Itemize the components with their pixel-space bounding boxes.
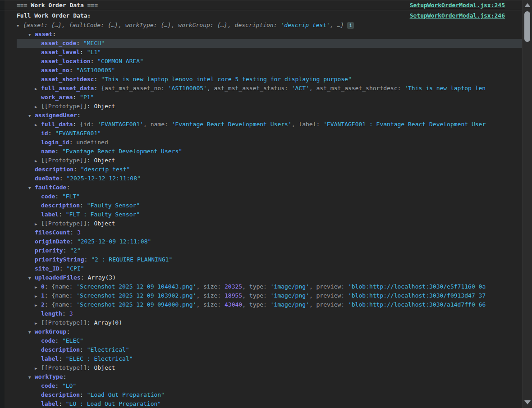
scrollbar[interactable] — [522, 0, 532, 408]
console-messages: === Work Order Data === SetupWorkOrderMo… — [0, 0, 522, 408]
tree-row[interactable]: label: "LO : Load Out Preparation" — [0, 399, 522, 408]
tree-row[interactable]: length: 3 — [0, 309, 522, 318]
tree-row[interactable]: description: "Electrical" — [0, 345, 522, 354]
seg-plain: : — [59, 355, 66, 362]
seg-key: dueDate — [35, 175, 60, 182]
tree-row[interactable]: asset_level: "L1" — [0, 48, 522, 57]
seg-key: length — [41, 310, 62, 317]
seg-key: workGroup — [35, 328, 66, 335]
seg-plain: Object — [94, 157, 115, 164]
tree-row[interactable]: ▶full_asset_data: {ast_mst_asset_no: 'AS… — [0, 84, 522, 93]
expand-arrow-closed-icon[interactable]: ▶ — [35, 156, 41, 165]
tree-row[interactable]: ▼workGroup: — [0, 327, 522, 336]
tree-row[interactable]: ▶[[Prototype]]: Object — [0, 219, 522, 228]
seg-str: "Faulty Sensor" — [87, 202, 140, 209]
seg-num: 3 — [77, 229, 81, 236]
tree-row[interactable]: originDate: "2025-12-09 12:11:08" — [0, 237, 522, 246]
tree-row[interactable]: ▶0: {name: 'Screenshot 2025-12-09 104043… — [0, 282, 522, 291]
seg-plain: : — [60, 265, 67, 272]
expand-arrow-closed-icon[interactable]: ▶ — [35, 120, 41, 129]
source-link[interactable]: SetupWorkOrderModal.jsx:246 — [410, 12, 505, 19]
expand-arrow-closed-icon[interactable]: ▶ — [35, 283, 41, 292]
tree-row[interactable]: ▶2: {name: 'Screenshot 2025-12-09 094000… — [0, 300, 522, 309]
expand-arrow-open-icon[interactable]: ▼ — [28, 30, 35, 39]
expand-arrow-closed-icon[interactable]: ▶ — [35, 220, 41, 229]
tree-row[interactable]: dueDate: "2025-12-12 12:11:08" — [0, 174, 522, 183]
tree-row[interactable]: ▶[[Prototype]]: Object — [0, 102, 522, 111]
seg-plain: : — [45, 301, 52, 308]
info-icon[interactable]: i — [347, 22, 354, 29]
tree-row[interactable]: code: "LO" — [0, 381, 522, 390]
seg-plain: Object — [94, 364, 115, 371]
tree-row[interactable]: login_id: undefined — [0, 138, 522, 147]
seg-gray: , type: — [242, 301, 271, 308]
expand-arrow-closed-icon[interactable]: ▶ — [35, 301, 41, 310]
expand-arrow-closed-icon[interactable]: ▶ — [35, 319, 41, 328]
tree-row[interactable]: ▶[[Prototype]]: Array(0) — [0, 318, 522, 327]
scroll-down-arrow-icon[interactable] — [523, 399, 532, 406]
seg-plain: : — [70, 229, 77, 236]
tree-row[interactable]: priority: "2" — [0, 246, 522, 255]
seg-proto: [[Prototype]] — [41, 103, 87, 110]
tree-row[interactable]: ▼workType: — [0, 372, 522, 381]
tree-row[interactable]: label: "FLT : Faulty Sensor" — [0, 210, 522, 219]
tree-row[interactable]: ▼uploadedFiles: Array(3) — [0, 273, 522, 282]
seg-gray: , size: — [196, 301, 225, 308]
console-entry-1: === Work Order Data === SetupWorkOrderMo… — [0, 0, 522, 10]
expand-arrow-open-icon[interactable]: ▼ — [28, 274, 35, 283]
expand-arrow-closed-icon[interactable]: ▶ — [35, 84, 41, 93]
tree-row[interactable]: code: "ELEC" — [0, 336, 522, 345]
tree-row[interactable]: ▶full_data: {id: 'EVANTAGE001', name: 'E… — [0, 120, 522, 129]
tree-row[interactable]: description: "Load Out Preparation" — [0, 390, 522, 399]
seg-key: assignedUser — [35, 112, 77, 119]
tree-row[interactable]: description: "descrip test" — [0, 165, 522, 174]
tree-row[interactable]: code: "FLT" — [0, 192, 522, 201]
seg-plain: : — [87, 364, 94, 371]
tree-row[interactable]: asset_code: "MECH" — [0, 39, 522, 48]
tree-row[interactable]: filesCount: 3 — [0, 228, 522, 237]
tree-row[interactable]: ▶1: {name: 'Screenshot 2025-12-09 103902… — [0, 291, 522, 300]
expand-arrow-open-icon[interactable]: ▼ — [17, 21, 23, 30]
tree-row[interactable]: asset_no: "AST100005" — [0, 66, 522, 75]
seg-str: "LO : Load Out Preparation" — [66, 400, 161, 407]
tree-row[interactable]: ▶[[Prototype]]: Object — [0, 156, 522, 165]
seg-key: asset_no — [41, 67, 69, 73]
scrollbar-thumb[interactable] — [524, 11, 530, 42]
tree-row[interactable]: ▼{asset: {…}, faultCode: {…}, workType: … — [0, 21, 522, 30]
tree-row[interactable]: priorityString: "2 : REQUIRE PLANNING1" — [0, 255, 522, 264]
expand-arrow-open-icon[interactable]: ▼ — [28, 111, 35, 120]
tree-row[interactable]: work_area: "P1" — [0, 93, 522, 102]
seg-gray: , size: — [196, 292, 225, 299]
tree-row[interactable]: asset_shortdesc: "This is new laptop len… — [0, 75, 522, 84]
expand-arrow-open-icon[interactable]: ▼ — [28, 328, 35, 337]
expand-arrow-closed-icon[interactable]: ▶ — [35, 364, 41, 373]
seg-plain: : — [45, 292, 52, 299]
expand-arrow-open-icon[interactable]: ▼ — [28, 183, 35, 193]
seg-plain: : — [55, 193, 62, 200]
tree-row[interactable]: description: "Faulty Sensor" — [0, 201, 522, 210]
seg-proto: [[Prototype]] — [41, 157, 87, 164]
tree-row[interactable]: ▶[[Prototype]]: Object — [0, 363, 522, 372]
tree-row[interactable]: id: "EVANTAGE001" — [0, 129, 522, 138]
tree-row[interactable]: asset_location: "COMMON AREA" — [0, 57, 522, 66]
source-link[interactable]: SetupWorkOrderModal.jsx:245 — [410, 2, 505, 9]
tree-row[interactable]: site_ID: "CPI" — [0, 264, 522, 273]
tree-row[interactable]: ▼assignedUser: — [0, 111, 522, 120]
tree-row[interactable]: ▼faultCode: — [0, 183, 522, 192]
tree-row[interactable]: name: "Evantage React Development Users" — [0, 147, 522, 156]
seg-plain: : — [59, 211, 66, 218]
seg-plain: : — [87, 319, 94, 326]
seg-proto: [[Prototype]] — [41, 220, 87, 227]
tree-row[interactable]: label: "ELEC : Electrical" — [0, 354, 522, 363]
seg-str: 'descrip test' — [280, 22, 330, 28]
expand-arrow-closed-icon[interactable]: ▶ — [35, 292, 41, 301]
tree-row[interactable]: ▼asset: — [0, 30, 522, 39]
expand-arrow-closed-icon[interactable]: ▶ — [35, 102, 41, 111]
seg-plain: : — [62, 310, 69, 317]
scroll-up-arrow-icon[interactable] — [523, 2, 532, 9]
expand-arrow-open-icon[interactable]: ▼ — [28, 373, 35, 382]
devtools-console: === Work Order Data === SetupWorkOrderMo… — [0, 0, 532, 408]
seg-str: "CPI" — [66, 265, 84, 272]
seg-proto: [[Prototype]] — [41, 319, 87, 326]
seg-plain: : — [66, 328, 70, 335]
